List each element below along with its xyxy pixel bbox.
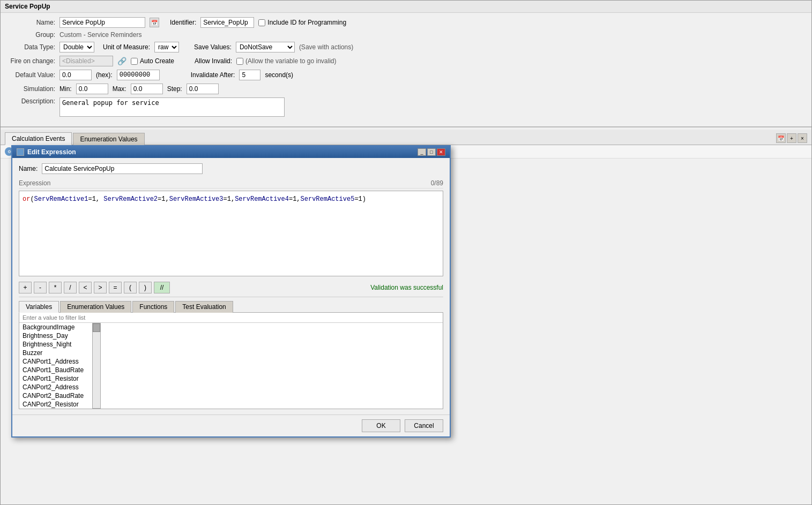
dialog-title-area: Edit Expression <box>17 148 76 156</box>
auto-create-checkbox[interactable] <box>131 58 138 65</box>
group-row: Group: Custom - Service Reminders <box>7 31 805 39</box>
link-icon[interactable]: 🔗 <box>117 57 126 65</box>
save-values-select[interactable]: DoNotSave <box>236 42 295 52</box>
op-lt[interactable]: < <box>79 282 92 293</box>
op-lparen[interactable]: ( <box>124 282 137 293</box>
sim-step-input[interactable] <box>187 84 219 94</box>
name-label: Name: <box>7 19 55 26</box>
default-value-label: Default Value: <box>7 71 55 79</box>
filter-input[interactable] <box>19 313 443 323</box>
var-item[interactable]: CANPort1_Resistor <box>19 374 92 383</box>
panel-title: Service PopUp <box>1 1 811 13</box>
tab-calculation-events[interactable]: Calculation Events <box>5 132 72 145</box>
tab-enumeration-values[interactable]: Enumeration Values <box>73 133 144 145</box>
op-multiply[interactable]: * <box>49 282 62 293</box>
hex-input[interactable] <box>117 70 160 80</box>
description-textarea[interactable]: General popup for service <box>59 97 285 117</box>
expression-label: Expression <box>19 179 50 187</box>
dialog-title-text: Edit Expression <box>27 148 76 156</box>
var-item[interactable]: Brightness_Day <box>19 331 92 340</box>
sim-min-label: Min: <box>59 85 72 93</box>
include-id-label[interactable]: Include ID for Programming <box>258 19 346 26</box>
var-item[interactable]: CANPort2_BaudRate <box>19 391 92 400</box>
variables-panel: BackgroundImage Brightness_Day Brightnes… <box>19 312 443 409</box>
calendar-icon[interactable]: 📅 <box>150 18 159 27</box>
invalidate-after-unit: second(s) <box>265 71 293 79</box>
inner-tab-functions[interactable]: Functions <box>132 301 174 313</box>
panel-title-text: Service PopUp <box>5 3 50 10</box>
unit-select[interactable]: raw <box>154 42 179 52</box>
default-value-row: Default Value: (hex): Invalidate After: … <box>7 70 805 80</box>
tabs-bar: Calculation Events Enumeration Values 📅 … <box>1 130 811 145</box>
name-row: Name: 📅 Identifier: Include ID for Progr… <box>7 17 805 28</box>
fire-on-change-label: Fire on change: <box>7 57 55 65</box>
op-rparen[interactable]: ) <box>139 282 152 293</box>
invalidate-after-label: Invalidate After: <box>191 71 235 79</box>
var-item[interactable]: BackgroundImage <box>19 323 92 331</box>
expression-header: Expression 0/89 <box>19 179 443 189</box>
fire-on-change-input[interactable] <box>59 56 113 66</box>
op-gt[interactable]: > <box>94 282 107 293</box>
sim-min-input[interactable] <box>76 84 108 94</box>
ok-button[interactable]: OK <box>362 419 400 432</box>
allow-invalid-checkbox-label[interactable]: (Allow the variable to go invalid) <box>236 57 336 65</box>
group-label: Group: <box>7 31 55 39</box>
invalidate-after-input[interactable] <box>239 70 260 80</box>
var-list[interactable]: BackgroundImage Brightness_Day Brightnes… <box>19 323 92 409</box>
maximize-button[interactable]: □ <box>427 148 436 156</box>
name-input[interactable] <box>59 17 145 28</box>
include-id-checkbox[interactable] <box>258 19 265 26</box>
datatype-label: Data Type: <box>7 43 55 51</box>
inner-tab-test-evaluation[interactable]: Test Evaluation <box>175 301 233 313</box>
group-value: Custom - Service Reminders <box>59 31 141 39</box>
tabs-right-icons: 📅 + × <box>776 133 807 143</box>
edit-expression-dialog: Edit Expression _ □ ✕ Name: Expression <box>11 145 451 438</box>
dialog-name-row: Name: <box>19 163 443 174</box>
tabs-close-icon[interactable]: × <box>798 133 807 143</box>
unit-label: Unit of Measure: <box>103 43 150 51</box>
var-item[interactable]: Brightness_Night <box>19 340 92 349</box>
simulation-row: Simulation: Min: Max: Step: <box>7 84 805 94</box>
validation-message: Validation was successful <box>370 284 443 291</box>
tabs-calendar-icon[interactable]: 📅 <box>776 133 786 143</box>
op-plus[interactable]: + <box>19 282 32 293</box>
dialog-titlebar: Edit Expression _ □ ✕ <box>12 146 450 158</box>
inner-tabs-bar: Variables Enumeration Values Functions T… <box>19 300 443 312</box>
op-divide[interactable]: / <box>64 282 77 293</box>
expression-box[interactable]: or(ServRemActive1=1, ServRemActive2=1,Se… <box>19 191 443 276</box>
sim-max-label: Max: <box>113 85 126 93</box>
var-item[interactable]: CANPort1_BaudRate <box>19 366 92 374</box>
tabs-add-icon[interactable]: + <box>787 133 796 143</box>
close-button[interactable]: ✕ <box>437 148 445 156</box>
allow-invalid-checkbox[interactable] <box>236 58 243 65</box>
var-item[interactable]: CANPort1_Address <box>19 357 92 366</box>
dialog-title-icon <box>17 148 24 156</box>
datatype-row: Data Type: Double Unit of Measure: raw S… <box>7 42 805 52</box>
var-item[interactable]: CANPort2_Address <box>19 383 92 391</box>
dialog-name-input[interactable] <box>42 163 203 174</box>
inner-tab-enumeration[interactable]: Enumeration Values <box>60 301 131 313</box>
dialog-name-label: Name: <box>19 165 38 172</box>
op-equals[interactable]: = <box>109 282 122 293</box>
dialog-window-controls: _ □ ✕ <box>418 148 445 156</box>
var-item[interactable]: CANPort2_Resistor <box>19 400 92 409</box>
op-comment[interactable]: // <box>154 282 170 293</box>
save-values-label: Save Values: <box>194 43 232 51</box>
identifier-input[interactable] <box>200 17 254 28</box>
cancel-button[interactable]: Cancel <box>405 419 443 432</box>
sim-max-input[interactable] <box>131 84 163 94</box>
expression-counter: 0/89 <box>431 179 443 187</box>
main-panel: Service PopUp Name: 📅 Identifier: Includ… <box>0 0 812 505</box>
inner-tab-variables[interactable]: Variables <box>19 301 59 313</box>
auto-create-label[interactable]: Auto Create <box>131 57 174 65</box>
operators-bar: + - * / < > = ( ) // Validation was succ… <box>19 278 443 297</box>
var-scrollbar[interactable] <box>92 323 101 409</box>
minimize-button[interactable]: _ <box>418 148 426 156</box>
var-item[interactable]: Buzzer <box>19 349 92 357</box>
description-label: Description: <box>7 97 55 105</box>
datatype-select[interactable]: Double <box>59 42 94 52</box>
default-value-input[interactable] <box>59 70 92 80</box>
var-list-container: BackgroundImage Brightness_Day Brightnes… <box>19 323 443 409</box>
op-minus[interactable]: - <box>34 282 47 293</box>
section-divider <box>1 126 811 127</box>
